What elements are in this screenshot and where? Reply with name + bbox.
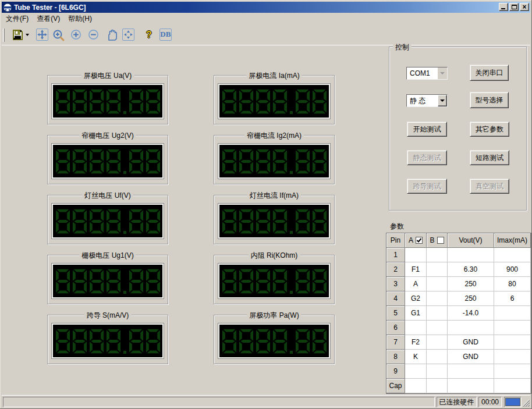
electrode-cell[interactable] [405,248,427,262]
zoom-in-icon [70,29,82,41]
electrode-cell[interactable]: F2 [405,335,427,350]
meter-group: 屏极功率 Pa(W) [214,315,335,364]
model-select-button[interactable]: 型号选择 [470,92,509,108]
b-cell[interactable] [427,277,448,291]
col-a-checkbox[interactable] [416,237,423,244]
electrode-cell[interactable] [405,379,427,393]
vout-cell[interactable] [448,379,494,393]
params-table: Pin A B Vout(V) Imax(mA) 1 2 F1 6.30 900… [386,233,531,394]
imax-cell[interactable] [494,306,531,321]
electrode-cell[interactable]: F1 [405,262,427,277]
electrode-cell[interactable]: G2 [405,291,427,306]
pin-cell: 2 [386,262,405,277]
seven-segment-digit [129,88,143,115]
other-params-button[interactable]: 其它参数 [470,122,509,137]
vout-cell[interactable]: GND [448,350,494,364]
test-mode-dropdown-button[interactable] [438,95,447,106]
imax-cell[interactable]: 80 [494,277,531,291]
vout-cell[interactable]: 250 [448,277,494,291]
b-cell[interactable] [427,364,448,379]
seven-segment-digit [107,208,120,234]
titlebar: Tube Tester - [6L6GC] × [2,2,530,13]
fit-view-button[interactable] [122,29,134,41]
pan-button[interactable] [105,29,118,42]
meter-label: 灯丝电流 If(mA) [247,191,301,201]
test-mode-select[interactable]: 静 态 [406,94,448,107]
move-tool-button[interactable] [36,29,48,41]
b-cell[interactable] [427,291,448,306]
electrode-cell[interactable] [405,321,427,335]
help-button[interactable]: ? [144,29,154,41]
seven-segment-display [219,85,329,118]
com-port-dropdown-button[interactable] [438,67,447,79]
imax-cell[interactable] [494,335,531,350]
imax-cell[interactable] [494,248,531,262]
electrode-cell[interactable]: K [405,350,427,364]
seven-segment-digit [239,88,253,115]
close-button[interactable]: × [520,3,529,11]
menu-view[interactable]: 查看(V) [33,13,64,25]
seven-segment-digit [273,88,287,115]
led-panel [218,83,331,119]
menu-file[interactable]: 文件(F) [2,13,33,25]
imax-cell[interactable] [494,350,531,364]
short-test-button[interactable]: 短路测试 [470,150,509,165]
maximize-button[interactable] [509,3,519,11]
col-b-checkbox[interactable] [437,237,444,244]
electrode-cell[interactable] [405,364,427,379]
decimal-point [123,111,126,114]
b-cell[interactable] [427,321,448,335]
imax-cell[interactable] [494,321,531,335]
decimal-point [290,171,293,174]
vout-cell[interactable] [448,321,494,335]
com-port-select[interactable]: COM1 [406,67,448,80]
start-test-button[interactable]: 开始测试 [407,122,447,137]
com-port-value: COM1 [407,69,438,77]
save-button[interactable] [11,29,23,41]
b-cell[interactable] [427,248,448,262]
save-dropdown-button[interactable] [25,29,30,41]
seven-segment-digit [273,328,287,354]
seven-segment-digit [56,268,70,294]
zoom-out-button[interactable] [87,29,100,41]
resize-grip[interactable] [522,399,530,407]
vout-cell[interactable] [448,364,494,379]
decimal-point [123,231,126,234]
led-panel [51,323,164,359]
toolbar: ? DB [2,24,530,45]
imax-cell[interactable]: 900 [494,262,531,277]
seven-segment-digit [296,328,310,354]
b-cell[interactable] [427,306,448,321]
seven-segment-digit [273,148,287,175]
imax-cell[interactable] [494,379,531,393]
dropdown-arrow-icon [26,34,29,36]
zoom-in-button[interactable] [70,29,82,41]
col-header-b-label: B [430,236,434,244]
b-cell[interactable] [427,262,448,277]
menu-help[interactable]: 帮助(H) [64,13,96,25]
electrode-cell[interactable]: G1 [405,306,427,321]
seven-segment-digit [56,328,70,354]
vout-cell[interactable]: 250 [448,291,494,306]
vout-cell[interactable] [448,248,494,262]
save-icon [12,29,23,41]
db-button[interactable]: DB [159,29,172,41]
seven-segment-digit [107,88,120,115]
seven-segment-digit [73,88,87,115]
b-cell[interactable] [427,350,448,364]
imax-cell[interactable] [494,364,531,379]
zoom-window-button[interactable] [52,29,65,42]
decimal-point [290,351,293,354]
minimize-button[interactable] [499,3,508,11]
close-serial-button[interactable]: 关闭串口 [470,65,509,81]
app-icon [3,3,12,12]
vout-cell[interactable]: 6.30 [448,262,494,277]
move-icon [37,29,48,40]
vout-cell[interactable]: GND [448,335,494,350]
b-cell[interactable] [427,335,448,350]
b-cell[interactable] [427,379,448,393]
imax-cell[interactable]: 6 [494,291,531,306]
vout-cell[interactable]: -14.0 [448,306,494,321]
seven-segment-display [219,265,329,297]
electrode-cell[interactable]: A [405,277,427,291]
